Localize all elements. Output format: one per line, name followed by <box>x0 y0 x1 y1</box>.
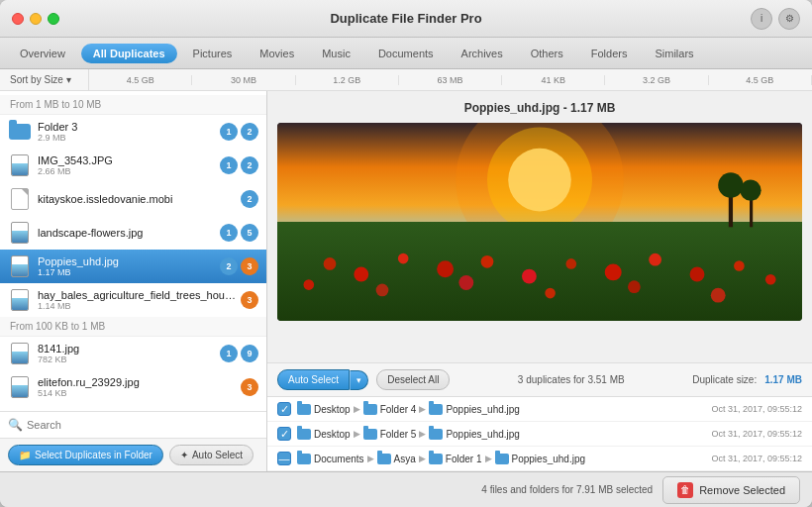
sort-selector[interactable]: Sort by Size ▾ <box>0 69 89 90</box>
path-segment: Folder 1 <box>446 454 482 464</box>
badge: 3 <box>241 291 258 309</box>
file-size: 782 KB <box>38 355 216 364</box>
tab-movies[interactable]: Movies <box>248 44 306 63</box>
image-icon <box>8 290 32 310</box>
dup-checkbox[interactable]: — <box>277 452 291 465</box>
dup-summary: 3 duplicates for 3.51 MB <box>457 374 684 385</box>
path-file: Poppies_uhd.jpg <box>446 429 520 440</box>
list-item[interactable]: elitefon.ru_23929.jpg 514 KB 3 <box>0 370 266 404</box>
list-item[interactable]: landscape-flowers.jpg 1 5 <box>0 216 266 250</box>
tab-music[interactable]: Music <box>310 44 362 63</box>
main-window: Duplicate File Finder Pro i ⚙ Overview A… <box>0 0 812 507</box>
tab-bar: Overview All Duplicates Pictures Movies … <box>0 38 812 69</box>
svg-point-24 <box>718 172 743 197</box>
window-title: Duplicate File Finder Pro <box>330 11 481 26</box>
list-item[interactable]: Folder 3 2.9 MB 1 2 <box>0 115 266 149</box>
dup-date: Oct 31, 2017, 09:55:12 <box>711 454 802 463</box>
svg-point-6 <box>354 267 368 282</box>
tab-archives[interactable]: Archives <box>450 44 515 63</box>
left-bottom-bar: 📁 Select Duplicates in Folder ✦ Auto Sel… <box>0 438 266 471</box>
list-item[interactable]: 8141.jpg 782 KB 1 9 <box>0 337 266 370</box>
tab-overview[interactable]: Overview <box>8 44 77 63</box>
size-seg-5: 3.2 GB <box>605 75 708 85</box>
select-duplicates-button[interactable]: 📁 Select Duplicates in Folder <box>8 445 163 465</box>
maximize-button[interactable] <box>48 13 59 25</box>
dup-checkbox[interactable]: ✓ <box>277 427 291 441</box>
tab-pictures[interactable]: Pictures <box>181 44 245 63</box>
badge: 2 <box>241 190 258 208</box>
svg-point-14 <box>690 267 705 282</box>
image-icon <box>8 223 32 243</box>
path-arrow-icon: ▶ <box>419 429 426 439</box>
svg-point-10 <box>522 269 537 284</box>
path-arrow-icon: ▶ <box>419 404 426 414</box>
auto-select-arrow-button[interactable]: ▾ <box>350 370 368 390</box>
auto-select-button[interactable]: ✦ Auto Select <box>169 445 254 465</box>
folder-icon <box>8 122 32 142</box>
path-file: Poppies_uhd.jpg <box>446 404 520 415</box>
dup-checkbox[interactable]: ✓ <box>277 402 291 416</box>
preview-title: Poppies_uhd.jpg - 1.17 MB <box>277 101 802 115</box>
badge-group: 1 2 <box>220 123 258 141</box>
path-segment: Desktop <box>314 429 351 440</box>
tab-others[interactable]: Others <box>519 44 575 63</box>
path-segment: Folder 4 <box>380 404 417 415</box>
path-arrow-icon: ▶ <box>419 454 426 463</box>
traffic-lights <box>12 13 59 25</box>
tab-documents[interactable]: Documents <box>366 44 446 63</box>
badge-group: 2 <box>241 190 258 208</box>
preview-image <box>277 123 802 321</box>
path-segment: Folder 5 <box>380 429 417 440</box>
section-header-2: From 100 KB to 1 MB <box>0 317 266 337</box>
auto-icon: ✦ <box>180 450 188 460</box>
auto-select-main-button[interactable]: Auto Select <box>277 369 350 390</box>
tab-all-duplicates[interactable]: All Duplicates <box>81 44 177 63</box>
search-bar: 🔍 <box>0 411 266 438</box>
info-button[interactable]: i <box>751 8 772 30</box>
dup-date: Oct 31, 2017, 09:55:12 <box>711 429 802 439</box>
file-size: 2.66 MB <box>38 166 216 176</box>
file-name: hay_bales_agriculture_field_trees_house.… <box>38 289 237 301</box>
dup-row[interactable]: ✓ Desktop ▶ Folder 5 ▶ Poppies_uhd.jpg O… <box>267 422 812 447</box>
image-icon <box>8 377 32 397</box>
badge-group: 1 2 <box>220 156 258 174</box>
dup-row[interactable]: — Documents ▶ Asya ▶ Folder 1 ▶ Poppies_… <box>267 447 812 471</box>
settings-button[interactable]: ⚙ <box>778 8 800 30</box>
tab-folders[interactable]: Folders <box>579 44 640 63</box>
svg-point-9 <box>481 255 494 268</box>
preview-area: Poppies_uhd.jpg - 1.17 MB <box>267 91 812 362</box>
list-item[interactable]: Poppies_uhd.jpg 1.17 MB 2 3 <box>0 250 266 283</box>
auto-select-dropdown: Auto Select ▾ <box>277 369 368 390</box>
path-folder-icon <box>495 454 509 464</box>
folder-select-icon: 📁 <box>19 450 31 460</box>
file-name: 8141.jpg <box>38 343 216 355</box>
svg-point-21 <box>711 288 726 303</box>
section-header-1: From 1 MB to 10 MB <box>0 95 266 115</box>
svg-point-15 <box>734 260 745 271</box>
badge: 2 <box>241 156 258 174</box>
file-name: kitayskoe.issledovanie.mobi <box>38 193 237 205</box>
badge: 5 <box>241 224 258 242</box>
sort-chevron-icon: ▾ <box>66 74 71 85</box>
list-item[interactable]: IMG_3543.JPG 2.66 MB 1 2 <box>0 149 266 182</box>
dup-size-label: Duplicate size: <box>692 374 757 385</box>
svg-point-12 <box>605 263 622 280</box>
badge: 3 <box>241 378 258 396</box>
close-button[interactable] <box>12 13 24 25</box>
remove-selected-button[interactable]: 🗑 Remove Selected <box>662 476 800 504</box>
list-item[interactable]: kitayskoe.issledovanie.mobi 2 <box>0 182 266 216</box>
deselect-all-button[interactable]: Deselect All <box>376 369 450 390</box>
svg-point-19 <box>545 288 556 299</box>
minimize-button[interactable] <box>30 13 42 25</box>
dup-row[interactable]: ✓ Desktop ▶ Folder 4 ▶ Poppies_uhd.jpg O… <box>267 397 812 422</box>
svg-point-18 <box>458 275 473 290</box>
path-arrow-icon: ▶ <box>485 454 492 463</box>
search-input[interactable] <box>27 419 258 431</box>
badge-group: 2 3 <box>220 257 258 275</box>
svg-point-13 <box>649 254 661 266</box>
badge: 1 <box>220 224 238 242</box>
list-item[interactable]: hay_bales_agriculture_field_trees_house.… <box>0 283 266 317</box>
svg-point-16 <box>304 279 315 290</box>
tab-similars[interactable]: Similars <box>643 44 705 63</box>
search-icon: 🔍 <box>8 418 23 432</box>
